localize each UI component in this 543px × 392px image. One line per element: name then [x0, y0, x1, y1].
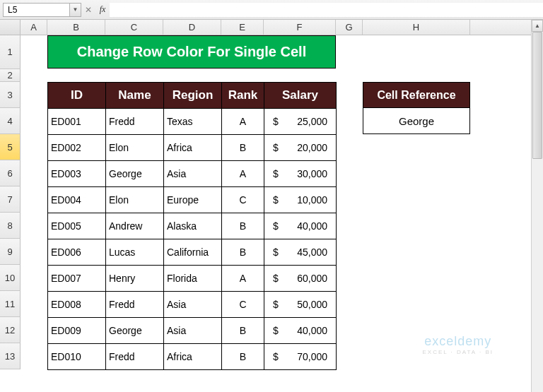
cell-rank[interactable]: B: [222, 239, 264, 266]
cell-rank[interactable]: B: [222, 318, 264, 344]
table-row[interactable]: ED007HenryFloridaA$60,000: [48, 266, 337, 292]
cell-salary[interactable]: $40,000: [264, 213, 337, 239]
scroll-up-icon[interactable]: ▲: [532, 20, 543, 32]
ref-value[interactable]: George: [363, 108, 470, 134]
cell-id[interactable]: ED005: [48, 213, 106, 239]
col-header-H[interactable]: H: [363, 20, 470, 35]
cell-rank[interactable]: A: [222, 109, 264, 135]
cell-name[interactable]: Fredd: [106, 344, 164, 370]
row-header[interactable]: 12: [0, 317, 21, 343]
col-header-F[interactable]: F: [264, 20, 336, 35]
table-row[interactable]: ED004ElonEuropeC$10,000: [48, 187, 337, 213]
cell-name[interactable]: Fredd: [106, 109, 164, 135]
cell-id[interactable]: ED007: [48, 266, 106, 292]
cell-rank[interactable]: C: [222, 292, 264, 318]
cell-id[interactable]: ED004: [48, 187, 106, 213]
row-header[interactable]: 4: [0, 108, 21, 134]
cell-salary[interactable]: $45,000: [264, 239, 337, 266]
row-header[interactable]: 10: [0, 265, 21, 291]
select-all-corner[interactable]: [0, 20, 21, 35]
cell-region[interactable]: Asia: [164, 318, 222, 344]
cell-id[interactable]: ED001: [48, 109, 106, 135]
cell-salary[interactable]: $60,000: [264, 266, 337, 292]
cell-salary[interactable]: $25,000: [264, 109, 337, 135]
col-header-D[interactable]: D: [163, 20, 221, 35]
table-row[interactable]: ED009GeorgeAsiaB$40,000: [48, 318, 337, 344]
cell-rank[interactable]: B: [222, 344, 264, 370]
cell-rank[interactable]: C: [222, 187, 264, 213]
row-header[interactable]: 1: [0, 35, 21, 69]
cell-id[interactable]: ED010: [48, 344, 106, 370]
th-id[interactable]: ID: [48, 83, 106, 109]
ref-header[interactable]: Cell Reference: [363, 82, 470, 108]
th-rank[interactable]: Rank: [222, 83, 264, 109]
cell-region[interactable]: Asia: [164, 161, 222, 187]
cell-name[interactable]: Lucas: [106, 239, 164, 266]
table-row[interactable]: ED001FreddTexasA$25,000: [48, 109, 337, 135]
cell-region[interactable]: Africa: [164, 135, 222, 161]
vertical-scrollbar[interactable]: ▲: [531, 20, 543, 392]
cell-rank[interactable]: A: [222, 161, 264, 187]
cell-name[interactable]: Henry: [106, 266, 164, 292]
fx-icon[interactable]: fx: [95, 3, 110, 17]
cell-region[interactable]: Africa: [164, 344, 222, 370]
cell-name[interactable]: Fredd: [106, 292, 164, 318]
row-header[interactable]: 11: [0, 291, 21, 317]
col-header-C[interactable]: C: [105, 20, 163, 35]
cell-id[interactable]: ED003: [48, 161, 106, 187]
cancel-icon[interactable]: ✕: [81, 3, 95, 17]
cell-id[interactable]: ED002: [48, 135, 106, 161]
data-table: ID Name Region Rank Salary ED001FreddTex…: [47, 82, 337, 370]
cell-salary[interactable]: $20,000: [264, 135, 337, 161]
table-row[interactable]: ED006LucasCaliforniaB$45,000: [48, 239, 337, 266]
name-box-dropdown[interactable]: ▼: [70, 3, 81, 17]
cell-name[interactable]: George: [106, 161, 164, 187]
cell-name[interactable]: Andrew: [106, 213, 164, 239]
cell-region[interactable]: Texas: [164, 109, 222, 135]
cell-region[interactable]: Florida: [164, 266, 222, 292]
watermark-sub: EXCEL · DATA · BI: [422, 349, 494, 355]
row-header[interactable]: 7: [0, 186, 21, 213]
row-header[interactable]: 8: [0, 213, 21, 239]
table-row[interactable]: ED010FreddAfricaB$70,000: [48, 344, 337, 370]
col-header-A[interactable]: A: [21, 20, 47, 35]
row-header[interactable]: 13: [0, 343, 21, 369]
row-header[interactable]: 2: [0, 69, 21, 82]
cell-id[interactable]: ED008: [48, 292, 106, 318]
cell-salary[interactable]: $40,000: [264, 318, 337, 344]
col-header-B[interactable]: B: [47, 20, 105, 35]
cell-name[interactable]: Elon: [106, 135, 164, 161]
cell-region[interactable]: California: [164, 239, 222, 266]
name-box[interactable]: L5: [3, 3, 70, 17]
table-row[interactable]: ED005AndrewAlaskaB$40,000: [48, 213, 337, 239]
cell-region[interactable]: Europe: [164, 187, 222, 213]
cell-salary[interactable]: $10,000: [264, 187, 337, 213]
table-row[interactable]: ED002ElonAfricaB$20,000: [48, 135, 337, 161]
cell-salary[interactable]: $70,000: [264, 344, 337, 370]
cell-grid[interactable]: Change Row Color For Single Cell ID Name…: [21, 35, 543, 369]
cell-rank[interactable]: B: [222, 135, 264, 161]
th-region[interactable]: Region: [164, 83, 222, 109]
cell-salary[interactable]: $50,000: [264, 292, 337, 318]
th-salary[interactable]: Salary: [264, 83, 337, 109]
cell-name[interactable]: George: [106, 318, 164, 344]
row-header[interactable]: 5: [0, 134, 21, 160]
cell-id[interactable]: ED006: [48, 239, 106, 266]
formula-input[interactable]: [110, 3, 543, 17]
th-name[interactable]: Name: [106, 83, 164, 109]
scroll-thumb[interactable]: [532, 32, 542, 159]
cell-id[interactable]: ED009: [48, 318, 106, 344]
col-header-E[interactable]: E: [221, 20, 264, 35]
cell-name[interactable]: Elon: [106, 187, 164, 213]
cell-region[interactable]: Alaska: [164, 213, 222, 239]
row-header[interactable]: 9: [0, 239, 21, 265]
table-row[interactable]: ED008FreddAsiaC$50,000: [48, 292, 337, 318]
table-row[interactable]: ED003GeorgeAsiaA$30,000: [48, 161, 337, 187]
cell-salary[interactable]: $30,000: [264, 161, 337, 187]
row-header[interactable]: 3: [0, 82, 21, 108]
row-header[interactable]: 6: [0, 160, 21, 186]
cell-rank[interactable]: B: [222, 213, 264, 239]
cell-region[interactable]: Asia: [164, 292, 222, 318]
col-header-G[interactable]: G: [336, 20, 363, 35]
cell-rank[interactable]: A: [222, 266, 264, 292]
